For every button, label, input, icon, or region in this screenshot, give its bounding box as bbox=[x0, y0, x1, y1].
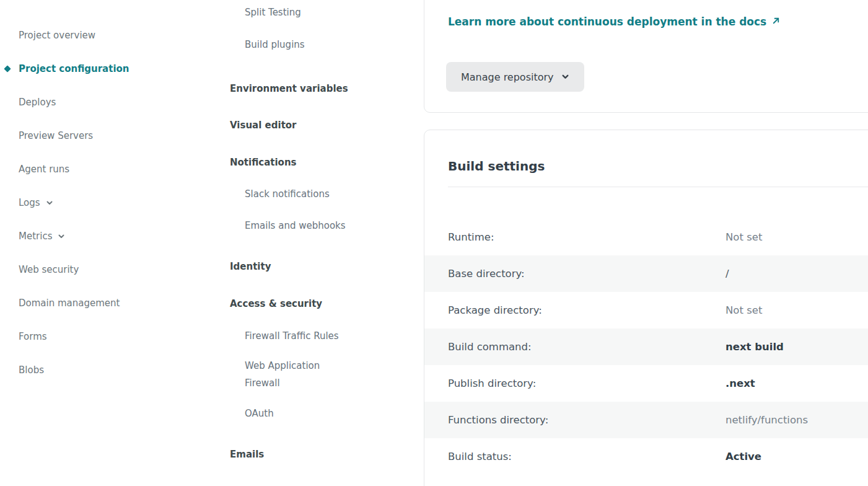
external-link-arrow-icon bbox=[771, 15, 781, 28]
sidebar-item-deploys[interactable]: Deploys bbox=[0, 86, 211, 119]
row-value: netlify/functions bbox=[726, 414, 808, 426]
project-sidebar: Project overview Project configuration D… bbox=[0, 19, 211, 387]
sidebar-item-label: Project configuration bbox=[19, 63, 129, 74]
build-settings-table: Runtime: Not set Base directory: / Packa… bbox=[424, 219, 868, 475]
sidebar-item-agent-runs[interactable]: Agent runs bbox=[0, 152, 211, 186]
sidebar-item-web-security[interactable]: Web security bbox=[0, 253, 211, 286]
subnav-item-slack-notifications[interactable]: Slack notifications bbox=[230, 188, 385, 200]
manage-repository-label: Manage repository bbox=[461, 71, 554, 83]
subnav-item-oauth[interactable]: OAuth bbox=[230, 407, 385, 420]
subnav-item-emails[interactable]: Emails bbox=[230, 448, 385, 461]
row-value: next build bbox=[726, 341, 784, 353]
subnav-item-firewall-traffic-rules[interactable]: Firewall Traffic Rules bbox=[230, 330, 385, 342]
subnav-item-emails-and-webhooks[interactable]: Emails and webhooks bbox=[230, 219, 385, 232]
row-label: Build command: bbox=[448, 341, 726, 353]
row-label: Functions directory: bbox=[448, 414, 726, 426]
docs-link-label: Learn more about continuous deployment i… bbox=[448, 15, 766, 28]
sidebar-item-label: Metrics bbox=[19, 231, 52, 242]
row-value: .next bbox=[726, 378, 755, 389]
sidebar-item-label: Forms bbox=[19, 331, 47, 342]
row-label: Publish directory: bbox=[448, 378, 726, 389]
subnav-item-environment-variables[interactable]: Environment variables bbox=[230, 82, 385, 95]
table-row-package-directory: Package directory: Not set bbox=[424, 292, 868, 329]
row-value: Not set bbox=[726, 231, 762, 243]
sidebar-item-metrics[interactable]: Metrics bbox=[0, 219, 211, 253]
docs-link[interactable]: Learn more about continuous deployment i… bbox=[448, 15, 781, 28]
chevron-down-icon bbox=[58, 232, 65, 240]
row-label: Runtime: bbox=[448, 231, 726, 243]
build-settings-title: Build settings bbox=[424, 130, 868, 175]
sidebar-item-blobs[interactable]: Blobs bbox=[0, 353, 211, 387]
row-label: Package directory: bbox=[448, 304, 726, 316]
row-value: / bbox=[726, 268, 729, 280]
chevron-down-icon bbox=[561, 71, 569, 83]
sidebar-item-logs[interactable]: Logs bbox=[0, 186, 211, 219]
sidebar-item-label: Blobs bbox=[19, 365, 44, 376]
sidebar-item-label: Deploys bbox=[19, 97, 56, 108]
table-row-publish-directory: Publish directory: .next bbox=[424, 365, 868, 402]
row-value: Active bbox=[726, 451, 761, 462]
configuration-subnav: Split Testing Build plugins Environment … bbox=[230, 0, 385, 461]
sidebar-item-domain-management[interactable]: Domain management bbox=[0, 286, 211, 320]
sidebar-item-label: Web security bbox=[19, 264, 79, 275]
chevron-down-icon bbox=[46, 199, 53, 206]
sidebar-item-forms[interactable]: Forms bbox=[0, 320, 211, 353]
sidebar-item-preview-servers[interactable]: Preview Servers bbox=[0, 119, 211, 152]
subnav-item-access-security[interactable]: Access & security bbox=[230, 298, 385, 310]
subnav-item-web-application-firewall[interactable]: Web Application Firewall bbox=[230, 357, 353, 392]
continuous-deployment-card: Learn more about continuous deployment i… bbox=[424, 0, 868, 113]
table-row-base-directory: Base directory: / bbox=[424, 255, 868, 292]
table-row-functions-directory: Functions directory: netlify/functions bbox=[424, 402, 868, 438]
row-value: Not set bbox=[726, 304, 762, 316]
sidebar-item-label: Project overview bbox=[19, 30, 95, 41]
sidebar-item-label: Preview Servers bbox=[19, 130, 93, 141]
manage-repository-button[interactable]: Manage repository bbox=[446, 62, 584, 92]
subnav-item-notifications[interactable]: Notifications bbox=[230, 156, 385, 169]
subnav-item-identity[interactable]: Identity bbox=[230, 260, 385, 273]
build-settings-card: Build settings Runtime: Not set Base dir… bbox=[424, 130, 868, 486]
sidebar-item-project-configuration[interactable]: Project configuration bbox=[0, 52, 211, 86]
table-row-build-command: Build command: next build bbox=[424, 329, 868, 365]
subnav-item-visual-editor[interactable]: Visual editor bbox=[230, 119, 385, 131]
row-label: Build status: bbox=[448, 451, 726, 462]
divider bbox=[448, 187, 868, 187]
row-label: Base directory: bbox=[448, 268, 726, 280]
table-row-runtime: Runtime: Not set bbox=[424, 219, 868, 255]
active-diamond-icon bbox=[4, 65, 11, 72]
sidebar-item-project-overview[interactable]: Project overview bbox=[0, 19, 211, 52]
sidebar-item-label: Domain management bbox=[19, 298, 120, 309]
table-row-build-status: Build status: Active bbox=[424, 438, 868, 475]
subnav-item-build-plugins[interactable]: Build plugins bbox=[230, 38, 385, 51]
subnav-item-split-testing[interactable]: Split Testing bbox=[230, 6, 385, 19]
sidebar-item-label: Logs bbox=[19, 197, 40, 208]
sidebar-item-label: Agent runs bbox=[19, 164, 69, 175]
